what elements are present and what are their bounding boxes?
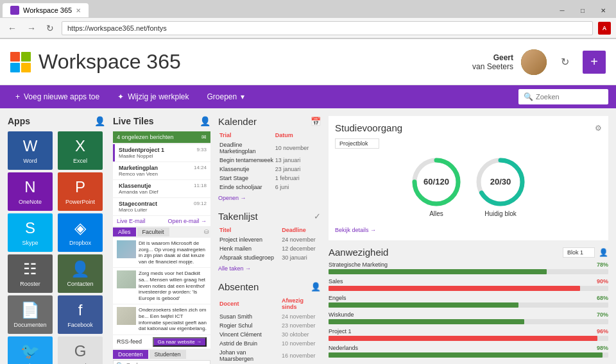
dropbox-icon: ◈ xyxy=(74,219,86,237)
app-tile-twitter[interactable]: 🐦 Twitter xyxy=(8,336,53,364)
onenote-icon: N xyxy=(24,178,35,196)
address-bar: ← → ↻ https://workspace365.net/fontys A xyxy=(0,18,616,38)
email-item-3[interactable]: 11:18 Klassenutje Amanda van Dief xyxy=(113,180,210,197)
tab-favicon xyxy=(10,6,19,15)
calendar-open-link[interactable]: Openen → xyxy=(218,195,246,201)
nav-search-box[interactable]: 🔍 xyxy=(518,89,608,104)
takenlijst-section: Takenlijst ✓ Titel Deadline Project inle… xyxy=(218,211,321,272)
active-tab[interactable]: Workspace 365 ✕ xyxy=(3,3,89,17)
absent-col-afwezig: Afwezig sinds xyxy=(282,297,320,311)
onenote-label: OneNote xyxy=(19,199,42,205)
compass-icon: ✦ xyxy=(117,92,124,101)
email-item-2[interactable]: 14:24 Marketingplan Remco van Veen xyxy=(113,162,210,179)
close-btn[interactable]: ✕ xyxy=(593,4,613,17)
att-bar-2 xyxy=(329,286,580,291)
right-column: Studievoorgang ⚙ Projectblok 60/120 A xyxy=(329,116,608,364)
app-tile-rooster[interactable]: ☷ Rooster xyxy=(8,254,53,293)
tab-close-btn[interactable]: ✕ xyxy=(76,7,81,14)
email-item-4[interactable]: 09:12 Stagecontract Marco Luiter xyxy=(113,198,210,215)
app-tile-dropbox[interactable]: ◈ Dropbox xyxy=(58,213,103,252)
takenlijst-title: Takenlijst xyxy=(218,211,258,222)
takenlijst-header: Takenlijst ✓ xyxy=(218,211,321,222)
refresh-btn[interactable]: ↻ xyxy=(44,22,56,35)
aanwezigheid-section: Aanwezigheid Blok 1 👤 Strategische Marke… xyxy=(329,247,608,364)
news-tab-all[interactable]: Alles xyxy=(113,228,136,236)
news-item-3[interactable]: Onderzoekers stellen zich om be... Een t… xyxy=(113,304,210,334)
news-item-2[interactable]: Zorg meds voor het Dadkiit sa... Mensen … xyxy=(113,268,210,304)
contacten-label: Contacten xyxy=(67,281,93,287)
email-time-3: 11:18 xyxy=(194,183,207,188)
avatar-image xyxy=(521,49,547,75)
att-label-3: Engels 68% xyxy=(329,295,608,301)
att-label-4: Wiskunde 70% xyxy=(329,311,608,318)
studievoorgang-details-link[interactable]: Bekijk details → xyxy=(335,227,376,233)
back-btn[interactable]: ← xyxy=(5,22,19,35)
app-tile-word[interactable]: W Word xyxy=(8,131,53,170)
attendance-item-5: Project 1 96% xyxy=(329,328,608,341)
project-select[interactable]: Projectblok xyxy=(335,138,379,149)
calendar-icon: 📅 xyxy=(311,117,321,126)
blok-select[interactable]: Blok 1 xyxy=(563,247,595,258)
app-tile-google[interactable]: G Google xyxy=(58,336,103,364)
att-bar-bg-4 xyxy=(329,319,608,324)
minimize-btn[interactable]: ─ xyxy=(552,4,572,17)
app-tile-excel[interactable]: X Excel xyxy=(58,131,103,170)
task-deadline-2: 12 december xyxy=(282,245,320,252)
app-tile-contacten[interactable]: 👤 Contacten xyxy=(58,254,103,293)
documenten-icon: 📄 xyxy=(21,301,40,319)
refresh-icon-btn[interactable]: ↻ xyxy=(554,52,575,72)
live-email-header[interactable]: Live E-mail Open e-mail → xyxy=(113,216,210,226)
app-tile-skype[interactable]: S Skype xyxy=(8,213,53,252)
email-sub-2: Remco van Veen xyxy=(119,171,207,177)
att-pct-2: 90% xyxy=(597,278,608,285)
news-text-2: Zorg meds voor het Dadkiit sa... Mensen … xyxy=(139,270,207,301)
search-input[interactable] xyxy=(536,93,600,101)
all-tasks-link[interactable]: Alle taken → xyxy=(218,265,251,272)
news-text-1: Dit is waarom Microsoft de zorg... Op vr… xyxy=(139,240,207,265)
url-input[interactable]: https://workspace365.net/fontys xyxy=(62,21,593,35)
contact-tab-studenten[interactable]: Studenten xyxy=(150,350,186,359)
svg-text:60/120: 60/120 xyxy=(424,177,449,186)
add-app-btn[interactable]: + xyxy=(583,51,606,74)
avatar xyxy=(521,49,547,75)
rss-website-btn[interactable]: Ga naar website → xyxy=(153,337,207,347)
cal-event-5: Einde schooljaar xyxy=(219,183,274,191)
app-tile-ppt[interactable]: P PowerPoint xyxy=(58,172,103,211)
cal-event-2: Begin tentamenweek xyxy=(219,156,274,164)
task-deadline-3: 30 januari xyxy=(282,254,320,261)
rooster-label: Rooster xyxy=(20,281,40,287)
absent-name-1: Susan Smith xyxy=(219,313,280,320)
nav-add-apps[interactable]: + Voeg nieuwe apps toe xyxy=(8,85,107,108)
att-label-1: Strategische Marketing 78% xyxy=(329,261,608,268)
news-tab-faculty[interactable]: Faculteit xyxy=(137,228,169,236)
app-tile-documenten[interactable]: 📄 Documenten xyxy=(8,295,53,334)
windows-logo-icon xyxy=(10,52,31,72)
middle-column: Kalender 📅 Trial Datum Deadline Marketin… xyxy=(218,116,321,364)
main-content: Apps 👤 W Word X Excel N OneNote P PowerP… xyxy=(0,108,616,364)
apps-grid: W Word X Excel N OneNote P PowerPoint S … xyxy=(8,131,105,364)
att-label-6: Nederlands 98% xyxy=(329,345,608,351)
calendar-header: Kalender 📅 xyxy=(218,116,321,127)
open-email-link[interactable]: Open e-mail → xyxy=(167,218,207,224)
news-item-1[interactable]: Dit is waarom Microsoft de zorg... Op vr… xyxy=(113,238,210,267)
nav-groups[interactable]: Groepen ▾ xyxy=(199,85,252,108)
nav-bar: + Voeg nieuwe apps toe ✦ Wijzig je werkp… xyxy=(0,85,616,108)
live-tiles-header: Live Tiles 👤 xyxy=(113,116,210,126)
forward-btn[interactable]: → xyxy=(24,22,38,35)
attendance-item-1: Strategische Marketing 78% xyxy=(329,261,608,274)
app-tile-onenote[interactable]: N OneNote xyxy=(8,172,53,211)
attendance-item-6: Nederlands 98% xyxy=(329,345,608,358)
cal-date-2: 13 januari xyxy=(275,156,320,164)
absent-row-4: Astrid de Bruin 10 november xyxy=(219,340,320,347)
app-tile-facebook[interactable]: f Facebook xyxy=(58,295,103,334)
maximize-btn[interactable]: □ xyxy=(572,4,593,17)
live-tiles-search[interactable]: 🔍 xyxy=(113,360,210,364)
task-col-title: Titel xyxy=(219,227,280,235)
absent-date-1: 24 november xyxy=(282,313,320,320)
email-item-1[interactable]: 9:33 Studentproject 1 Maaike Noppel xyxy=(113,144,210,161)
word-icon: W xyxy=(23,137,38,155)
app-title: Workspace 365 xyxy=(38,50,181,74)
nav-change-workplace[interactable]: ✦ Wijzig je werkplek xyxy=(110,85,196,108)
cal-date-3: 23 januari xyxy=(275,165,320,173)
contact-tab-docenten[interactable]: Docenten xyxy=(113,350,148,359)
